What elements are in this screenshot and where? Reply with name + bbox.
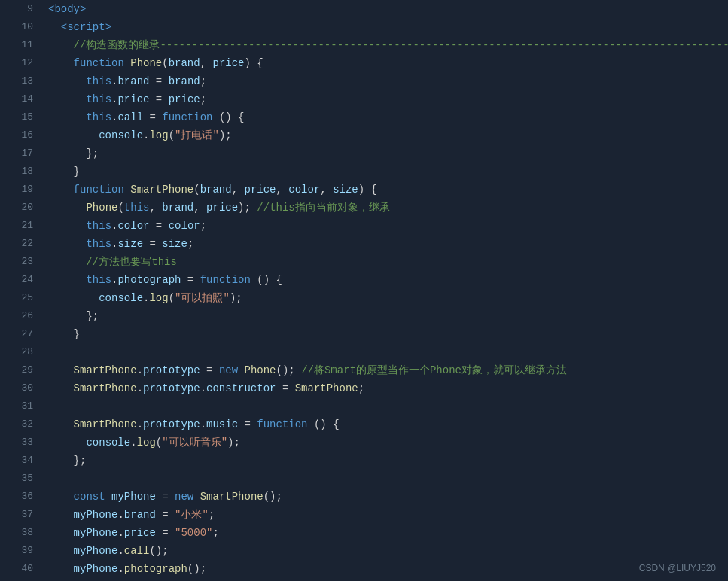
line-content-23: //方法也要写this xyxy=(45,253,728,271)
code-line-9: 9 <body> xyxy=(0,0,728,18)
line-content-16: console.log("打电话"); xyxy=(45,126,728,144)
line-num-10: 10 xyxy=(0,18,45,36)
code-line-37: 37 myPhone.brand = "小米"; xyxy=(0,506,728,524)
line-num-14: 14 xyxy=(0,90,45,108)
line-num-11: 11 xyxy=(0,36,45,54)
line-num-26: 26 xyxy=(0,307,45,325)
code-line-26: 26 }; xyxy=(0,307,728,325)
line-num-23: 23 xyxy=(0,253,45,271)
code-line-22: 22 this.size = size; xyxy=(0,235,728,253)
code-line-34: 34 }; xyxy=(0,452,728,470)
line-content-17: }; xyxy=(45,144,728,163)
line-content-38: myPhone.price = "5000"; xyxy=(45,524,728,542)
code-line-20: 20 Phone(this, brand, price); //this指向当前… xyxy=(0,199,728,217)
line-num-36: 36 xyxy=(0,488,45,506)
line-content-9: <body> xyxy=(45,0,728,18)
line-num-22: 22 xyxy=(0,235,45,253)
line-num-20: 20 xyxy=(0,199,45,217)
line-content-21: this.color = color; xyxy=(45,217,728,235)
code-line-40: 40 myPhone.photograph(); xyxy=(0,560,728,578)
code-line-30: 30 SmartPhone.prototype.constructor = Sm… xyxy=(0,379,728,397)
line-content-14: this.price = price; xyxy=(45,90,728,108)
code-line-14: 14 this.price = price; xyxy=(0,90,728,108)
line-content-13: this.brand = brand; xyxy=(45,72,728,90)
line-content-11: //构造函数的继承-------------------------------… xyxy=(45,36,728,54)
code-line-35: 35 xyxy=(0,470,728,488)
code-line-32: 32 SmartPhone.prototype.music = function… xyxy=(0,415,728,433)
code-line-29: 29 SmartPhone.prototype = new Phone(); /… xyxy=(0,361,728,379)
line-content-32: SmartPhone.prototype.music = function ()… xyxy=(45,415,728,433)
line-content-34: }; xyxy=(45,452,728,470)
line-num-19: 19 xyxy=(0,181,45,199)
code-line-23: 23 //方法也要写this xyxy=(0,253,728,271)
line-num-30: 30 xyxy=(0,379,45,397)
line-content-20: Phone(this, brand, price); //this指向当前对象，… xyxy=(45,199,728,217)
watermark: CSDN @LIUYJ520 xyxy=(639,563,716,573)
line-num-18: 18 xyxy=(0,163,45,181)
code-line-17: 17 }; xyxy=(0,144,728,163)
code-line-24: 24 this.photograph = function () { xyxy=(0,271,728,289)
code-line-31: 31 xyxy=(0,397,728,415)
code-line-38: 38 myPhone.price = "5000"; xyxy=(0,524,728,542)
line-content-25: console.log("可以拍照"); xyxy=(45,289,728,307)
code-line-18: 18 } xyxy=(0,163,728,181)
line-num-31: 31 xyxy=(0,397,45,415)
line-num-28: 28 xyxy=(0,343,45,361)
line-num-15: 15 xyxy=(0,108,45,126)
code-line-28: 28 xyxy=(0,343,728,361)
line-num-12: 12 xyxy=(0,54,45,72)
line-num-39: 39 xyxy=(0,542,45,560)
line-content-10: <script> xyxy=(45,18,728,36)
line-num-24: 24 xyxy=(0,271,45,289)
code-line-36: 36 const myPhone = new SmartPhone(); xyxy=(0,488,728,506)
line-num-17: 17 xyxy=(0,144,45,163)
line-content-33: console.log("可以听音乐"); xyxy=(45,433,728,452)
line-content-12: function Phone(brand, price) { xyxy=(45,54,728,72)
line-num-29: 29 xyxy=(0,361,45,379)
line-num-32: 32 xyxy=(0,415,45,433)
line-num-21: 21 xyxy=(0,217,45,235)
line-content-26: }; xyxy=(45,307,728,325)
code-line-39: 39 myPhone.call(); xyxy=(0,542,728,560)
line-content-19: function SmartPhone(brand, price, color,… xyxy=(45,181,728,199)
line-num-33: 33 xyxy=(0,433,45,452)
line-content-40: myPhone.photograph(); xyxy=(45,560,728,578)
code-line-27: 27 } xyxy=(0,325,728,343)
line-content-36: const myPhone = new SmartPhone(); xyxy=(45,488,728,506)
line-content-22: this.size = size; xyxy=(45,235,728,253)
line-num-13: 13 xyxy=(0,72,45,90)
line-num-34: 34 xyxy=(0,452,45,470)
line-content-30: SmartPhone.prototype.constructor = Smart… xyxy=(45,379,728,397)
line-num-27: 27 xyxy=(0,325,45,343)
code-editor: 9 <body> 10 <script> 11 //构造函数的继承-------… xyxy=(0,0,728,581)
code-line-15: 15 this.call = function () { xyxy=(0,108,728,126)
line-content-41: myPhone.music(); xyxy=(45,578,728,581)
line-num-35: 35 xyxy=(0,470,45,488)
line-content-18: } xyxy=(45,163,728,181)
code-line-10: 10 <script> xyxy=(0,18,728,36)
line-num-40: 40 xyxy=(0,560,45,578)
code-line-21: 21 this.color = color; xyxy=(0,217,728,235)
line-num-16: 16 xyxy=(0,126,45,144)
code-line-16: 16 console.log("打电话"); xyxy=(0,126,728,144)
code-line-25: 25 console.log("可以拍照"); xyxy=(0,289,728,307)
code-line-11: 11 //构造函数的继承----------------------------… xyxy=(0,36,728,54)
line-num-25: 25 xyxy=(0,289,45,307)
line-content-15: this.call = function () { xyxy=(45,108,728,126)
line-num-41: 41 xyxy=(0,578,45,581)
line-content-29: SmartPhone.prototype = new Phone(); //将S… xyxy=(45,361,728,379)
line-num-38: 38 xyxy=(0,524,45,542)
line-num-9: 9 xyxy=(0,0,45,18)
line-num-37: 37 xyxy=(0,506,45,524)
line-content-27: } xyxy=(45,325,728,343)
code-line-13: 13 this.brand = brand; xyxy=(0,72,728,90)
line-content-24: this.photograph = function () { xyxy=(45,271,728,289)
line-content-39: myPhone.call(); xyxy=(45,542,728,560)
code-line-33: 33 console.log("可以听音乐"); xyxy=(0,433,728,452)
code-line-12: 12 function Phone(brand, price) { xyxy=(0,54,728,72)
line-content-37: myPhone.brand = "小米"; xyxy=(45,506,728,524)
code-line-41: 41 myPhone.music(); xyxy=(0,578,728,581)
code-line-19: 19 function SmartPhone(brand, price, col… xyxy=(0,181,728,199)
